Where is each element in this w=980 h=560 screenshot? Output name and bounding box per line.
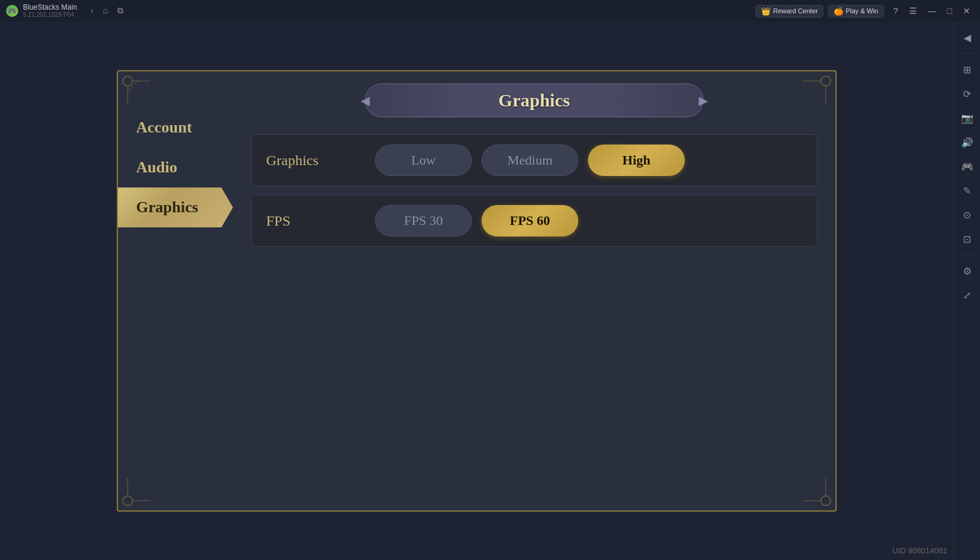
nav-account-label: Account bbox=[136, 119, 192, 136]
panel-title-bar: ◀ Graphics ▶ bbox=[251, 83, 817, 117]
sidebar-icon-7[interactable]: ✎ bbox=[956, 180, 978, 201]
nav-copy-btn[interactable]: ⧉ bbox=[114, 5, 127, 17]
main-area: Account Audio Graphics ◀ Graphics ▶ bbox=[0, 22, 953, 560]
nav-item-graphics[interactable]: Graphics bbox=[118, 187, 233, 227]
nav-audio-label: Audio bbox=[136, 158, 177, 176]
graphics-medium-button[interactable]: Medium bbox=[482, 145, 578, 176]
menu-btn[interactable]: ☰ bbox=[904, 5, 922, 17]
sidebar-icon-9[interactable]: ⊡ bbox=[956, 228, 978, 250]
titlebar-left: 🎮 BlueStacks Main 5.21.201.1029 P64 ‹ ⌂ … bbox=[0, 4, 756, 18]
nav-back-btn[interactable]: ‹ bbox=[87, 5, 97, 17]
minimize-btn[interactable]: — bbox=[923, 5, 941, 17]
reward-center-button[interactable]: 👑 Reward Center bbox=[756, 5, 823, 18]
graphics-low-button[interactable]: Low bbox=[375, 145, 472, 176]
corner-decoration-tl bbox=[122, 75, 151, 104]
graphics-quality-label: Graphics bbox=[266, 152, 339, 169]
fps60-button[interactable]: FPS 60 bbox=[482, 205, 578, 236]
fps30-button[interactable]: FPS 30 bbox=[375, 205, 472, 236]
title-arrow-right: ▶ bbox=[699, 93, 708, 108]
reward-center-label: Reward Center bbox=[773, 7, 818, 15]
svg-point-9 bbox=[821, 496, 831, 506]
maximize-btn[interactable]: □ bbox=[942, 5, 957, 17]
graphics-high-button[interactable]: High bbox=[588, 145, 685, 176]
nav-graphics-label: Graphics bbox=[136, 198, 198, 216]
nav-item-audio[interactable]: Audio bbox=[118, 148, 233, 187]
window-controls: ? ☰ — □ ✕ bbox=[889, 5, 975, 17]
close-btn[interactable]: ✕ bbox=[958, 5, 975, 17]
svg-point-0 bbox=[123, 76, 132, 86]
app-title: BlueStacks Main bbox=[23, 4, 77, 11]
title-arrow-left: ◀ bbox=[361, 93, 370, 108]
graphics-medium-label: Medium bbox=[508, 152, 553, 168]
playnwin-label: Play & Win bbox=[846, 7, 878, 15]
fps-row: FPS FPS 30 FPS 60 bbox=[251, 195, 817, 247]
settings-panel: Account Audio Graphics ◀ Graphics ▶ bbox=[117, 70, 837, 512]
nav-item-account[interactable]: Account bbox=[118, 108, 233, 148]
panel-title-background: ◀ Graphics ▶ bbox=[365, 83, 704, 117]
sidebar-divider-2 bbox=[959, 255, 976, 255]
corner-decoration-br bbox=[803, 478, 832, 507]
right-content: ◀ Graphics ▶ Graphics Low Medium bbox=[233, 71, 835, 510]
sidebar-icon-5[interactable]: 🔊 bbox=[956, 131, 978, 153]
fps60-label: FPS 60 bbox=[510, 213, 550, 229]
sidebar-icon-4[interactable]: 📷 bbox=[956, 107, 978, 129]
graphics-high-label: High bbox=[622, 152, 650, 168]
nav-home-btn[interactable]: ⌂ bbox=[99, 5, 111, 17]
fps-label: FPS bbox=[266, 213, 339, 229]
corner-decoration-bl bbox=[122, 478, 151, 507]
app-icon: 🎮 bbox=[6, 5, 18, 17]
sidebar-icon-3[interactable]: ⟳ bbox=[956, 83, 978, 105]
uid-text: UID 908014081 bbox=[892, 546, 947, 555]
graphics-quality-options: Low Medium High bbox=[375, 145, 802, 176]
titlebar-nav: ‹ ⌂ ⧉ bbox=[82, 5, 127, 17]
fps-options: FPS 30 FPS 60 bbox=[375, 205, 802, 236]
svg-point-6 bbox=[123, 496, 132, 506]
play-win-button[interactable]: 🍊 Play & Win bbox=[828, 5, 884, 18]
sidebar-icon-2[interactable]: ⊞ bbox=[956, 59, 978, 80]
panel-title-text: Graphics bbox=[498, 90, 570, 111]
sidebar-icon-settings[interactable]: ⚙ bbox=[956, 260, 978, 282]
graphics-low-label: Low bbox=[411, 152, 436, 168]
reward-icon: 👑 bbox=[761, 7, 771, 16]
playnwin-icon: 🍊 bbox=[834, 7, 843, 16]
right-sidebar: ◀ ⊞ ⟳ 📷 🔊 🎮 ✎ ⊙ ⊡ ⚙ ⤢ bbox=[953, 22, 980, 560]
titlebar: 🎮 BlueStacks Main 5.21.201.1029 P64 ‹ ⌂ … bbox=[0, 0, 980, 22]
sidebar-icon-1[interactable]: ◀ bbox=[956, 27, 978, 48]
svg-point-3 bbox=[821, 76, 831, 86]
sidebar-icon-6[interactable]: 🎮 bbox=[956, 155, 978, 177]
sidebar-divider-1 bbox=[959, 53, 976, 54]
titlebar-right: 👑 Reward Center 🍊 Play & Win ? ☰ — □ ✕ bbox=[756, 5, 980, 18]
fps30-label: FPS 30 bbox=[404, 213, 443, 229]
settings-body: Account Audio Graphics ◀ Graphics ▶ bbox=[118, 71, 835, 510]
left-nav: Account Audio Graphics bbox=[118, 71, 233, 510]
app-version: 5.21.201.1029 P64 bbox=[23, 11, 77, 18]
uid-bar: UID 908014081 bbox=[892, 546, 947, 555]
sidebar-icon-expand[interactable]: ⤢ bbox=[956, 284, 978, 306]
graphics-quality-row: Graphics Low Medium High bbox=[251, 134, 817, 186]
sidebar-icon-8[interactable]: ⊙ bbox=[956, 204, 978, 226]
help-btn[interactable]: ? bbox=[889, 5, 903, 17]
